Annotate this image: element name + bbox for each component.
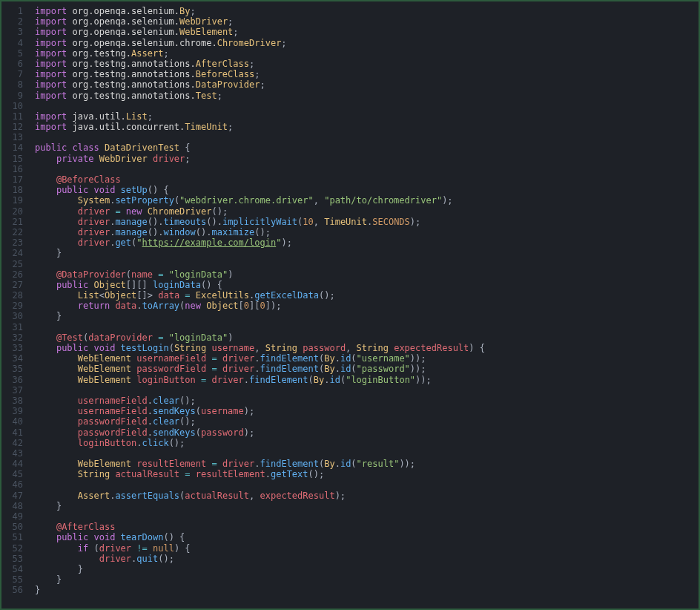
token-fn: manage: [115, 227, 147, 237]
code-line[interactable]: if (driver != null) {: [35, 543, 699, 554]
code-line[interactable]: WebElement loginButton = driver.findElem…: [35, 375, 699, 385]
code-line[interactable]: passwordField.sendKeys(password);: [35, 427, 699, 438]
code-line[interactable]: driver.quit();: [35, 554, 699, 564]
code-line[interactable]: @Test(dataProvider = "loginData"): [35, 332, 699, 343]
line-number: 3: [1, 27, 23, 37]
line-number: 15: [1, 154, 23, 164]
code-line[interactable]: import org.testng.annotations.AfterClass…: [35, 59, 699, 69]
code-line[interactable]: Assert.assertEquals(actualResult, expect…: [35, 491, 699, 501]
code-line[interactable]: [35, 448, 699, 459]
code-line[interactable]: driver.manage().window().maximize();: [35, 227, 699, 237]
code-line[interactable]: import org.openqa.selenium.WebDriver;: [35, 16, 699, 27]
code-line[interactable]: loginButton.click();: [35, 438, 699, 448]
token-op: =: [185, 290, 190, 301]
token-pun: ().: [148, 227, 164, 237]
code-line[interactable]: [35, 164, 699, 174]
code-line[interactable]: [35, 322, 699, 332]
code-line[interactable]: }: [35, 564, 699, 574]
code-line[interactable]: [35, 132, 699, 142]
code-line[interactable]: usernameField.sendKeys(username);: [35, 406, 699, 416]
code-line[interactable]: import java.util.concurrent.TimeUnit;: [35, 122, 699, 132]
code-line[interactable]: public void setUp() {: [35, 185, 699, 195]
code-line[interactable]: public void testLogin(String username, S…: [35, 343, 699, 353]
token-pun: ;: [185, 154, 190, 164]
code-area[interactable]: 1234567891011121314151617181920212223242…: [1, 6, 699, 604]
token-id: name: [131, 269, 153, 280]
token-id: passwordField: [78, 427, 148, 438]
token-pun: ().: [148, 217, 164, 227]
code-line[interactable]: WebElement passwordField = driver.findEl…: [35, 364, 699, 374]
token-pun: .: [136, 438, 142, 448]
code-line[interactable]: public class DataDrivenTest {: [35, 142, 699, 153]
code-line[interactable]: import org.openqa.selenium.chrome.Chrome…: [35, 38, 699, 48]
code-line[interactable]: import java.util.List;: [35, 111, 699, 122]
token-pun: (: [351, 459, 356, 469]
code-line[interactable]: driver.get("https://example.com/login");: [35, 237, 699, 248]
code-line[interactable]: [35, 101, 699, 111]
token-typ: WebElement: [78, 353, 131, 364]
token-pun: ,: [314, 217, 324, 227]
code-line[interactable]: public void tearDown() {: [35, 532, 699, 542]
code-line[interactable]: import org.testng.annotations.Test;: [35, 91, 699, 101]
token-id: username: [211, 343, 254, 353]
code-line[interactable]: [35, 259, 699, 269]
code-line[interactable]: [35, 511, 699, 522]
code-line[interactable]: driver = new ChromeDriver();: [35, 206, 699, 217]
line-number: 9: [1, 91, 23, 101]
code-line[interactable]: @DataProvider(name = "loginData"): [35, 269, 699, 280]
code-line[interactable]: @BeforeClass: [35, 174, 699, 185]
token-typ: List: [78, 290, 99, 301]
code-line[interactable]: import org.openqa.selenium.By;: [35, 6, 699, 16]
token-pun: [121, 206, 126, 217]
code-line[interactable]: usernameField.clear();: [35, 396, 699, 406]
code-line[interactable]: [35, 479, 699, 490]
token-typ: System: [78, 195, 110, 206]
token-fn: window: [163, 227, 195, 237]
code-line[interactable]: }: [35, 585, 699, 595]
token-pun: ][: [249, 301, 260, 311]
code-line[interactable]: return data.toArray(new Object[0][0]);: [35, 301, 699, 311]
code-line[interactable]: }: [35, 501, 699, 511]
code-line[interactable]: System.setProperty("webdriver.chrome.dri…: [35, 195, 699, 206]
token-pun: ): [228, 332, 233, 343]
token-id: driver: [78, 217, 110, 227]
token-typ: WebElement: [78, 375, 131, 385]
code-line[interactable]: [35, 385, 699, 396]
code-line[interactable]: }: [35, 311, 699, 321]
token-fn: click: [142, 438, 169, 448]
token-pun: ();: [179, 396, 196, 406]
token-id: expectedResult: [394, 343, 469, 353]
token-pun: [35, 174, 56, 185]
code-line[interactable]: import org.testng.annotations.DataProvid…: [35, 79, 699, 90]
token-pun: ) {: [174, 543, 191, 554]
code-line[interactable]: List<Object[]> data = ExcelUtils.getExce…: [35, 290, 699, 301]
line-number: 17: [1, 174, 23, 185]
editor-frame: 1234567891011121314151617181920212223242…: [0, 0, 700, 610]
code-line[interactable]: private WebDriver driver;: [35, 154, 699, 164]
code-line[interactable]: String actualResult = resultElement.getT…: [35, 469, 699, 479]
token-pun: .: [254, 364, 260, 374]
token-id: expectedResult: [260, 491, 334, 501]
code-line[interactable]: driver.manage().timeouts().implicitlyWai…: [35, 217, 699, 227]
code-content[interactable]: import org.openqa.selenium.By;import org…: [27, 6, 699, 604]
token-fn: get: [115, 237, 131, 248]
code-line[interactable]: }: [35, 574, 699, 585]
line-number: 29: [1, 301, 23, 311]
code-line[interactable]: import org.testng.Assert;: [35, 48, 699, 59]
token-typ: ChromeDriver: [217, 38, 282, 48]
code-line[interactable]: passwordField.clear();: [35, 416, 699, 427]
code-line[interactable]: WebElement resultElement = driver.findEl…: [35, 459, 699, 469]
token-pun: [35, 396, 78, 406]
token-pun: [35, 343, 56, 353]
token-pun: (: [126, 269, 131, 280]
token-pun: ();: [319, 290, 335, 301]
code-line[interactable]: public Object[][] loginData() {: [35, 280, 699, 290]
code-line[interactable]: @AfterClass: [35, 522, 699, 532]
code-line[interactable]: }: [35, 248, 699, 258]
code-line[interactable]: import org.testng.annotations.BeforeClas…: [35, 69, 699, 79]
code-line[interactable]: import org.openqa.selenium.WebElement;: [35, 27, 699, 37]
token-pun: (: [169, 343, 174, 353]
token-pun: }: [35, 585, 40, 595]
token-kw: private: [56, 154, 99, 164]
code-line[interactable]: WebElement usernameField = driver.findEl…: [35, 353, 699, 364]
